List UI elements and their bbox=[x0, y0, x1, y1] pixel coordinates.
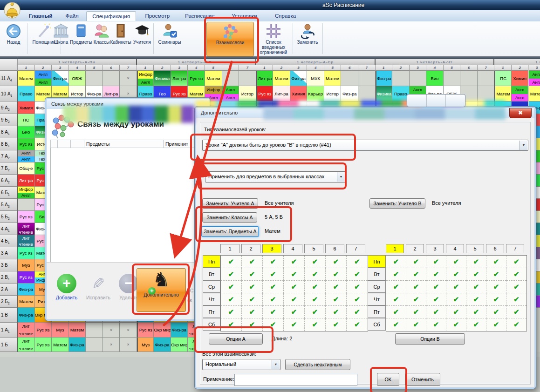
lesson-cell[interactable]: АнглАнгл bbox=[35, 71, 52, 86]
lesson-cell[interactable]: Физ-ра bbox=[18, 284, 35, 296]
lesson-cell[interactable]: ОБЖ bbox=[69, 71, 86, 86]
lesson-cell[interactable] bbox=[410, 71, 427, 86]
lesson-cell[interactable] bbox=[222, 71, 239, 86]
grid-day-label[interactable]: Пн bbox=[203, 255, 220, 268]
check-cell[interactable]: ✔ bbox=[305, 318, 326, 331]
check-cell[interactable]: ✔ bbox=[263, 306, 284, 318]
class-row-label[interactable]: 4 Б1 bbox=[0, 235, 18, 247]
lesson-cell[interactable]: Истор bbox=[324, 86, 342, 101]
check-cell[interactable]: ✔ bbox=[426, 281, 446, 293]
class-row-label[interactable]: 9 А2 bbox=[0, 101, 18, 114]
check-cell[interactable]: ✔ bbox=[347, 306, 368, 318]
check-cell[interactable]: ✔ bbox=[426, 268, 446, 281]
lesson-cell[interactable]: Литчтение bbox=[18, 235, 35, 247]
grid-day-label[interactable]: Пн bbox=[368, 255, 386, 268]
menu-tab-Главный[interactable]: Главный bbox=[23, 11, 58, 20]
lesson-cell[interactable]: Муз bbox=[18, 259, 35, 271]
ribbon-button-Классы[interactable]: Классы bbox=[93, 22, 110, 55]
class-row-label[interactable]: 11 А4 bbox=[0, 71, 18, 86]
class-row-label[interactable]: 5 А3 bbox=[0, 199, 18, 211]
class-row-label[interactable]: 7 Б2 bbox=[0, 162, 18, 175]
lesson-cell[interactable]: Муз bbox=[52, 323, 69, 338]
lesson-cell[interactable]: Окр мир bbox=[171, 338, 188, 352]
lesson-cell[interactable] bbox=[86, 71, 103, 86]
lesson-cell[interactable]: Био bbox=[18, 126, 35, 138]
edit-button[interactable]: ✎ Исправить bbox=[84, 274, 113, 300]
check-cell[interactable]: ✔ bbox=[386, 256, 406, 268]
lesson-cell[interactable]: Физика bbox=[376, 86, 393, 101]
ribbon-button-Школа[interactable]: Школа bbox=[52, 22, 70, 55]
grid-day-label[interactable]: Пт bbox=[368, 305, 386, 318]
check-cell[interactable]: ✔ bbox=[406, 268, 426, 281]
lesson-cell[interactable] bbox=[478, 86, 495, 101]
lesson-cell[interactable]: × bbox=[120, 71, 137, 86]
check-cell[interactable]: ✔ bbox=[221, 256, 242, 268]
apply-dropdown[interactable]: Применить для предметов в выбранных клас… bbox=[205, 171, 346, 182]
check-cell[interactable]: ✔ bbox=[406, 306, 426, 318]
check-cell[interactable]: ✔ bbox=[486, 256, 506, 268]
check-cell[interactable]: ✔ bbox=[386, 318, 406, 331]
lesson-cell[interactable] bbox=[478, 71, 495, 86]
check-cell[interactable]: ✔ bbox=[386, 306, 406, 318]
check-cell[interactable]: ✔ bbox=[221, 281, 242, 293]
grid-period-header[interactable]: 5 bbox=[304, 244, 323, 253]
check-cell[interactable]: ✔ bbox=[446, 256, 466, 268]
grid-period-header[interactable]: 3 bbox=[426, 244, 444, 253]
check-cell[interactable]: ✔ bbox=[426, 306, 446, 318]
menu-tab-Установки[interactable]: Установки bbox=[226, 11, 262, 20]
menu-tab-Спецификация[interactable]: Спецификация bbox=[86, 11, 136, 21]
ribbon-button-Кабинеты[interactable]: Кабинеты bbox=[109, 22, 132, 55]
replace-subjects-a-button[interactable]: Заменить: Предметы А bbox=[201, 226, 259, 237]
check-cell[interactable]: ✔ bbox=[446, 318, 466, 331]
lesson-cell[interactable]: Литчтение bbox=[18, 323, 35, 338]
grid-period-header[interactable]: 1 bbox=[220, 244, 239, 253]
grid-day-label[interactable]: Чт bbox=[368, 293, 386, 305]
check-cell[interactable]: ✔ bbox=[486, 318, 506, 331]
grid-day-label[interactable]: Сб bbox=[203, 318, 220, 331]
class-row-label[interactable]: 5 Б2 bbox=[0, 211, 18, 223]
class-row-label[interactable]: 2 А bbox=[0, 284, 18, 296]
lesson-cell[interactable]: Физ-ра bbox=[69, 338, 86, 352]
minimize-icon[interactable] bbox=[407, 95, 427, 107]
lesson-cell[interactable]: Рус яз bbox=[18, 271, 35, 284]
check-cell[interactable]: ✔ bbox=[426, 256, 446, 268]
ribbon-button-Предметы[interactable]: Предметы bbox=[69, 22, 93, 55]
check-cell[interactable]: ✔ bbox=[221, 318, 242, 331]
lesson-cell[interactable]: Матем bbox=[324, 71, 342, 86]
check-cell[interactable]: ✔ bbox=[263, 281, 284, 293]
grid-period-header[interactable]: 5 bbox=[466, 244, 484, 253]
check-cell[interactable]: ✔ bbox=[284, 318, 305, 331]
check-cell[interactable]: ✔ bbox=[263, 256, 284, 268]
check-cell[interactable]: ✔ bbox=[466, 281, 486, 293]
check-cell[interactable]: ✔ bbox=[506, 293, 526, 306]
lesson-cell[interactable]: Лит-ра bbox=[171, 71, 188, 86]
replace-teachers-a-button[interactable]: Заменить: Учителя А bbox=[202, 198, 258, 209]
grid-period-header[interactable]: 1 bbox=[386, 244, 404, 253]
lesson-cell[interactable]: Физика bbox=[154, 71, 171, 86]
lesson-cell[interactable]: Матем bbox=[69, 323, 86, 338]
lesson-cell[interactable]: ПС bbox=[18, 114, 35, 126]
cancel-button[interactable]: Отменить bbox=[405, 373, 440, 386]
check-cell[interactable]: ✔ bbox=[386, 268, 406, 281]
replace-teachers-b-button[interactable]: Заменить: Учителя В bbox=[369, 198, 425, 209]
lesson-cell[interactable]: Химия bbox=[290, 86, 308, 101]
check-cell[interactable]: ✔ bbox=[221, 306, 242, 318]
check-cell[interactable]: ✔ bbox=[486, 306, 506, 318]
check-cell[interactable]: ✔ bbox=[242, 268, 263, 281]
lesson-cell[interactable]: Матем bbox=[273, 71, 290, 86]
check-cell[interactable]: ✔ bbox=[406, 256, 426, 268]
check-cell[interactable]: ✔ bbox=[242, 281, 263, 293]
check-cell[interactable]: ✔ bbox=[305, 281, 326, 293]
check-cell[interactable]: ✔ bbox=[347, 293, 368, 306]
lesson-cell[interactable]: Химия bbox=[18, 101, 35, 114]
note-input[interactable] bbox=[234, 374, 357, 386]
check-cell[interactable]: ✔ bbox=[466, 256, 486, 268]
class-row-label[interactable]: 4 А1 bbox=[0, 223, 18, 235]
check-cell[interactable]: ✔ bbox=[326, 268, 347, 281]
weight-dropdown[interactable]: Нормальный▼ bbox=[202, 359, 280, 370]
check-cell[interactable]: ✔ bbox=[386, 281, 406, 293]
menu-tab-Просмотр[interactable]: Просмотр bbox=[140, 11, 176, 20]
check-cell[interactable]: ✔ bbox=[486, 268, 506, 281]
grid-day-label[interactable]: Вт bbox=[368, 268, 386, 280]
class-row-label[interactable]: 6 Б1 bbox=[0, 187, 18, 199]
